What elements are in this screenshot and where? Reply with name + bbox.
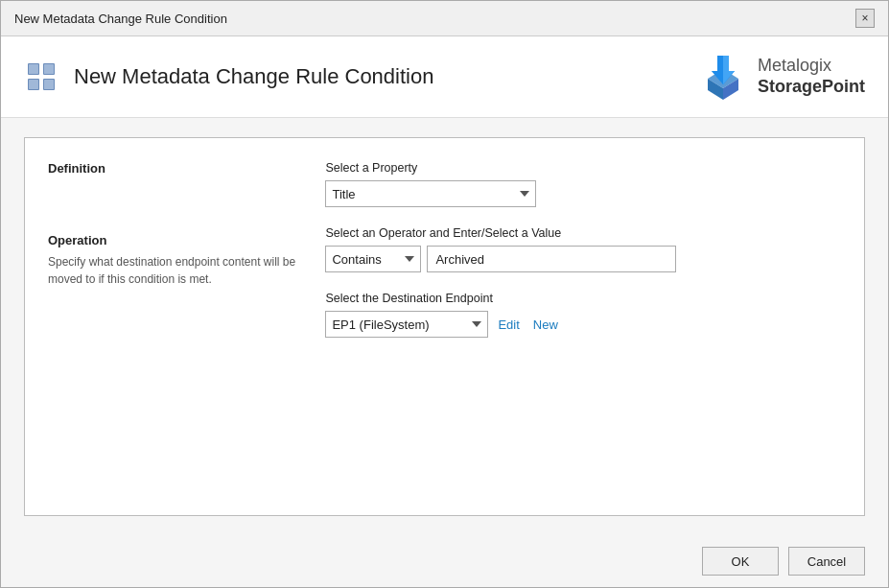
dialog-header: New Metadata Change Rule Condition Metal… — [1, 36, 888, 118]
title-bar: New Metadata Change Rule Condition × — [1, 1, 888, 36]
operation-title: Operation — [48, 233, 306, 247]
brand-icon — [698, 52, 748, 102]
value-input[interactable] — [427, 246, 676, 272]
operation-section: Operation Specify what destination endpo… — [48, 233, 306, 288]
brand-product: StoragePoint — [758, 77, 865, 98]
dialog-title: New Metadata Change Rule Condition — [74, 64, 433, 89]
definition-section: Definition — [48, 161, 306, 176]
edit-endpoint-button[interactable]: Edit — [494, 318, 523, 332]
brand-logo: Metalogix StoragePoint — [698, 52, 865, 102]
header-left: New Metadata Change Rule Condition — [24, 59, 433, 94]
property-select[interactable]: Title Author Created Modified ContentTyp… — [325, 180, 536, 207]
operation-description: Specify what destination endpoint conten… — [48, 253, 306, 288]
operator-label: Select an Operator and Enter/Select a Va… — [325, 226, 841, 240]
destination-row: EP1 (FileSystem) EP2 (FileSystem) EP3 (S… — [325, 311, 841, 338]
property-row: Title Author Created Modified ContentTyp… — [325, 180, 841, 207]
left-panel: Definition Operation Specify what destin… — [48, 161, 325, 492]
operator-row: Contains Equals Starts With Ends With Do… — [325, 246, 841, 272]
new-endpoint-button[interactable]: New — [529, 318, 562, 332]
cancel-button[interactable]: Cancel — [788, 547, 865, 576]
svg-rect-7 — [44, 80, 54, 89]
endpoint-select[interactable]: EP1 (FileSystem) EP2 (FileSystem) EP3 (S… — [325, 311, 488, 338]
destination-field-group: Select the Destination Endpoint EP1 (Fil… — [325, 292, 841, 338]
content-box: Definition Operation Specify what destin… — [24, 137, 865, 516]
destination-label: Select the Destination Endpoint — [325, 292, 841, 305]
operator-select[interactable]: Contains Equals Starts With Ends With Do… — [325, 246, 421, 272]
svg-rect-6 — [29, 80, 38, 89]
close-icon: × — [861, 12, 868, 25]
svg-rect-4 — [29, 64, 38, 74]
right-panel: Select a Property Title Author Created M… — [325, 161, 841, 492]
operator-field-group: Select an Operator and Enter/Select a Va… — [325, 226, 841, 272]
definition-title: Definition — [48, 161, 306, 176]
title-bar-text: New Metadata Change Rule Condition — [14, 12, 227, 26]
dialog-window: New Metadata Change Rule Condition × New… — [0, 0, 889, 588]
dialog-body: Definition Operation Specify what destin… — [1, 118, 888, 535]
close-button[interactable]: × — [855, 9, 875, 28]
ok-button[interactable]: OK — [702, 547, 779, 576]
brand-name: Metalogix — [758, 56, 865, 77]
svg-rect-5 — [44, 64, 54, 74]
property-label: Select a Property — [325, 161, 841, 175]
property-field-group: Select a Property Title Author Created M… — [325, 161, 841, 207]
dialog-footer: OK Cancel — [1, 535, 888, 587]
brand-text: Metalogix StoragePoint — [758, 56, 865, 97]
metadata-icon — [24, 59, 58, 94]
